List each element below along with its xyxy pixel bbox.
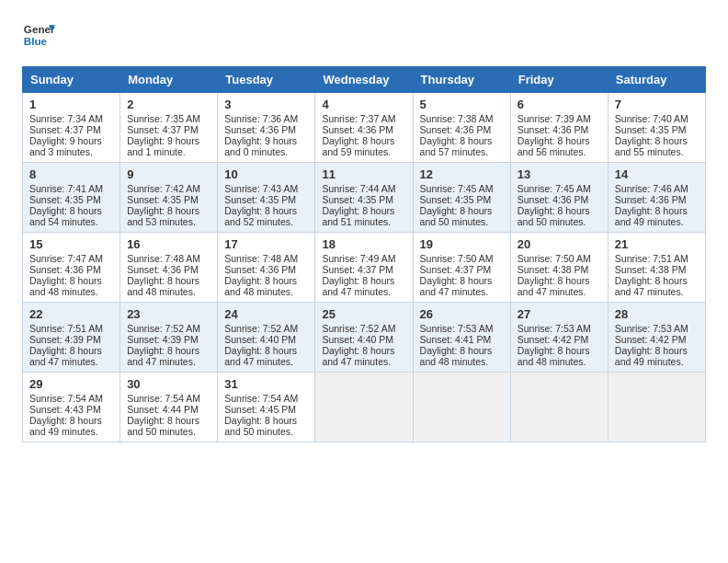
sunrise-text: Sunrise: 7:36 AM bbox=[224, 113, 308, 124]
calendar-cell bbox=[510, 373, 608, 442]
header-cell-thursday: Thursday bbox=[413, 67, 510, 93]
day-number: 4 bbox=[322, 98, 405, 111]
day-number: 10 bbox=[224, 167, 308, 181]
daylight-text: Daylight: 8 hours and 47 minutes. bbox=[518, 275, 601, 297]
daylight-text: Daylight: 8 hours and 57 minutes. bbox=[420, 135, 504, 157]
sunrise-text: Sunrise: 7:50 AM bbox=[518, 253, 601, 264]
daylight-text: Daylight: 8 hours and 56 minutes. bbox=[518, 135, 601, 157]
calendar-cell: 1Sunrise: 7:34 AMSunset: 4:37 PMDaylight… bbox=[23, 93, 120, 163]
daylight-text: Daylight: 8 hours and 50 minutes. bbox=[420, 205, 504, 227]
header-cell-wednesday: Wednesday bbox=[315, 67, 413, 93]
sunset-text: Sunset: 4:37 PM bbox=[322, 264, 405, 275]
day-number: 1 bbox=[29, 98, 113, 111]
calendar-week-1: 1Sunrise: 7:34 AMSunset: 4:37 PMDaylight… bbox=[23, 93, 706, 163]
daylight-text: Daylight: 8 hours and 48 minutes. bbox=[518, 345, 601, 367]
calendar-cell: 12Sunrise: 7:45 AMSunset: 4:35 PMDayligh… bbox=[413, 163, 510, 233]
sunset-text: Sunset: 4:44 PM bbox=[127, 404, 210, 415]
sunrise-text: Sunrise: 7:40 AM bbox=[615, 113, 699, 124]
day-number: 21 bbox=[615, 237, 699, 251]
sunset-text: Sunset: 4:36 PM bbox=[615, 194, 699, 205]
day-number: 26 bbox=[420, 307, 504, 321]
calendar-week-3: 15Sunrise: 7:47 AMSunset: 4:36 PMDayligh… bbox=[23, 233, 706, 303]
sunset-text: Sunset: 4:41 PM bbox=[420, 334, 504, 345]
sunset-text: Sunset: 4:45 PM bbox=[224, 404, 308, 415]
day-number: 3 bbox=[224, 98, 308, 111]
sunset-text: Sunset: 4:36 PM bbox=[127, 264, 210, 275]
sunrise-text: Sunrise: 7:34 AM bbox=[29, 113, 113, 124]
calendar-cell: 14Sunrise: 7:46 AMSunset: 4:36 PMDayligh… bbox=[608, 163, 705, 233]
sunset-text: Sunset: 4:35 PM bbox=[615, 124, 699, 135]
day-number: 8 bbox=[29, 167, 113, 181]
sunset-text: Sunset: 4:39 PM bbox=[127, 334, 210, 345]
sunrise-text: Sunrise: 7:53 AM bbox=[615, 323, 699, 334]
sunrise-text: Sunrise: 7:48 AM bbox=[127, 253, 210, 264]
day-number: 16 bbox=[127, 237, 210, 251]
daylight-text: Daylight: 8 hours and 48 minutes. bbox=[29, 275, 113, 297]
sunset-text: Sunset: 4:40 PM bbox=[224, 334, 308, 345]
daylight-text: Daylight: 8 hours and 50 minutes. bbox=[127, 415, 210, 437]
daylight-text: Daylight: 8 hours and 47 minutes. bbox=[224, 345, 308, 367]
sunrise-text: Sunrise: 7:45 AM bbox=[420, 183, 504, 194]
calendar-cell: 24Sunrise: 7:52 AMSunset: 4:40 PMDayligh… bbox=[218, 303, 315, 373]
day-number: 28 bbox=[615, 307, 699, 321]
day-number: 22 bbox=[29, 307, 113, 321]
calendar-cell: 28Sunrise: 7:53 AMSunset: 4:42 PMDayligh… bbox=[608, 303, 705, 373]
day-number: 9 bbox=[127, 167, 210, 181]
sunset-text: Sunset: 4:43 PM bbox=[29, 404, 113, 415]
calendar-body: 1Sunrise: 7:34 AMSunset: 4:37 PMDaylight… bbox=[23, 93, 706, 442]
daylight-text: Daylight: 8 hours and 48 minutes. bbox=[420, 345, 504, 367]
calendar-week-2: 8Sunrise: 7:41 AMSunset: 4:35 PMDaylight… bbox=[23, 163, 706, 233]
day-number: 24 bbox=[224, 307, 308, 321]
calendar-week-5: 29Sunrise: 7:54 AMSunset: 4:43 PMDayligh… bbox=[23, 373, 706, 442]
sunset-text: Sunset: 4:38 PM bbox=[518, 264, 601, 275]
daylight-text: Daylight: 8 hours and 49 minutes. bbox=[29, 415, 113, 437]
calendar-cell: 3Sunrise: 7:36 AMSunset: 4:36 PMDaylight… bbox=[218, 93, 315, 163]
calendar-cell: 15Sunrise: 7:47 AMSunset: 4:36 PMDayligh… bbox=[23, 233, 120, 303]
sunrise-text: Sunrise: 7:53 AM bbox=[518, 323, 601, 334]
calendar-cell: 4Sunrise: 7:37 AMSunset: 4:36 PMDaylight… bbox=[315, 93, 413, 163]
sunrise-text: Sunrise: 7:54 AM bbox=[29, 393, 113, 404]
calendar-cell: 30Sunrise: 7:54 AMSunset: 4:44 PMDayligh… bbox=[120, 373, 218, 442]
sunrise-text: Sunrise: 7:48 AM bbox=[224, 253, 308, 264]
svg-text:General: General bbox=[24, 23, 55, 35]
daylight-text: Daylight: 8 hours and 59 minutes. bbox=[322, 135, 405, 157]
sunrise-text: Sunrise: 7:43 AM bbox=[224, 183, 308, 194]
sunrise-text: Sunrise: 7:52 AM bbox=[127, 323, 210, 334]
day-number: 13 bbox=[518, 167, 601, 181]
calendar-cell: 23Sunrise: 7:52 AMSunset: 4:39 PMDayligh… bbox=[120, 303, 218, 373]
day-number: 29 bbox=[29, 377, 113, 391]
day-number: 5 bbox=[420, 98, 504, 111]
calendar-cell: 19Sunrise: 7:50 AMSunset: 4:37 PMDayligh… bbox=[413, 233, 510, 303]
sunrise-text: Sunrise: 7:46 AM bbox=[615, 183, 699, 194]
daylight-text: Daylight: 8 hours and 49 minutes. bbox=[615, 345, 699, 367]
header-cell-monday: Monday bbox=[120, 67, 218, 93]
calendar-cell: 18Sunrise: 7:49 AMSunset: 4:37 PMDayligh… bbox=[315, 233, 413, 303]
calendar-cell: 31Sunrise: 7:54 AMSunset: 4:45 PMDayligh… bbox=[218, 373, 315, 442]
sunset-text: Sunset: 4:38 PM bbox=[615, 264, 699, 275]
header-cell-sunday: Sunday bbox=[23, 67, 120, 93]
day-number: 31 bbox=[224, 377, 308, 391]
sunset-text: Sunset: 4:36 PM bbox=[518, 124, 601, 135]
calendar-cell: 5Sunrise: 7:38 AMSunset: 4:36 PMDaylight… bbox=[413, 93, 510, 163]
sunset-text: Sunset: 4:35 PM bbox=[322, 194, 405, 205]
day-number: 6 bbox=[518, 98, 601, 111]
calendar-cell bbox=[315, 373, 413, 442]
daylight-text: Daylight: 8 hours and 50 minutes. bbox=[224, 415, 308, 437]
sunset-text: Sunset: 4:42 PM bbox=[615, 334, 699, 345]
daylight-text: Daylight: 9 hours and 1 minute. bbox=[127, 135, 210, 157]
day-number: 23 bbox=[127, 307, 210, 321]
sunset-text: Sunset: 4:36 PM bbox=[224, 124, 308, 135]
sunset-text: Sunset: 4:40 PM bbox=[322, 334, 405, 345]
day-number: 17 bbox=[224, 237, 308, 251]
sunset-text: Sunset: 4:36 PM bbox=[420, 124, 504, 135]
daylight-text: Daylight: 8 hours and 48 minutes. bbox=[127, 275, 210, 297]
daylight-text: Daylight: 8 hours and 55 minutes. bbox=[615, 135, 699, 157]
calendar-cell: 11Sunrise: 7:44 AMSunset: 4:35 PMDayligh… bbox=[315, 163, 413, 233]
sunset-text: Sunset: 4:36 PM bbox=[224, 264, 308, 275]
sunset-text: Sunset: 4:39 PM bbox=[29, 334, 113, 345]
day-number: 12 bbox=[420, 167, 504, 181]
sunset-text: Sunset: 4:35 PM bbox=[224, 194, 308, 205]
header-cell-tuesday: Tuesday bbox=[218, 67, 315, 93]
daylight-text: Daylight: 8 hours and 47 minutes. bbox=[322, 275, 405, 297]
calendar-cell: 8Sunrise: 7:41 AMSunset: 4:35 PMDaylight… bbox=[23, 163, 120, 233]
